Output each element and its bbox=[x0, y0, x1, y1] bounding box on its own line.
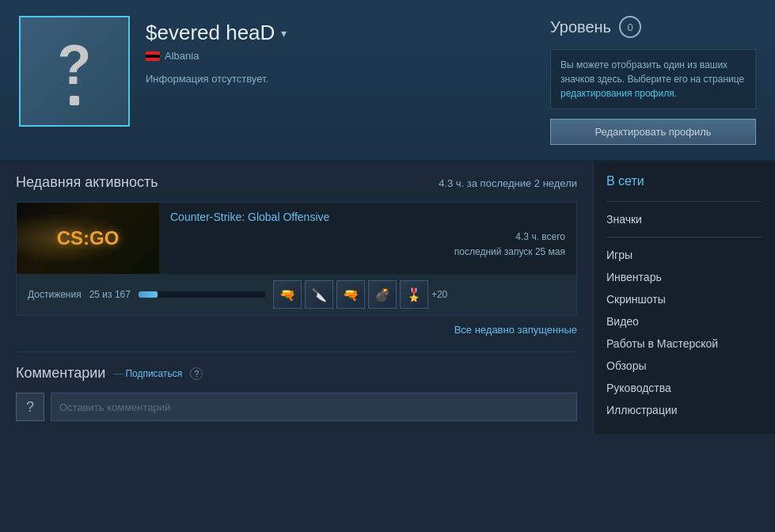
profile-right-panel: Уровень 0 Вы можете отобразить один из в… bbox=[550, 16, 756, 145]
sidebar-link-inventory[interactable]: Инвентарь bbox=[606, 266, 762, 288]
sidebar-divider-2 bbox=[606, 237, 762, 238]
achievement-progress-bar bbox=[139, 291, 265, 298]
achievements-label-text: Достижения bbox=[28, 289, 82, 300]
game-thumbnail-inner: CS:GO bbox=[17, 203, 159, 274]
comments-header: Комментарии Подписаться ? bbox=[16, 365, 577, 382]
comment-input[interactable] bbox=[51, 393, 577, 421]
recent-activity-header: Недавняя активность 4.3 ч. за последние … bbox=[16, 174, 577, 191]
achievement-progress-fill bbox=[139, 291, 158, 298]
game-play-stats: 4.3 ч. всего последний запуск 25 мая bbox=[170, 230, 565, 260]
summary-text: Информация отсутствует. bbox=[146, 73, 268, 85]
badge-info-end: . bbox=[674, 88, 677, 99]
achievement-icon-2: 🔪 bbox=[305, 280, 333, 309]
sidebar-link-badges[interactable]: Значки bbox=[606, 208, 762, 230]
cs-logo: CS:GO bbox=[57, 227, 120, 249]
all-recent-anchor[interactable]: Все недавно запущенные bbox=[454, 324, 577, 336]
achievements-progress-text: 25 из 167 bbox=[89, 289, 131, 300]
game-card-top: CS:GO Counter-Strike: Global Offensive 4… bbox=[17, 203, 576, 274]
sidebar-link-screenshots[interactable]: Скриншоты bbox=[606, 288, 762, 310]
sidebar-link-artwork[interactable]: Иллюстрации bbox=[606, 399, 762, 421]
country-flag-icon bbox=[146, 51, 160, 61]
sidebar-link-guides[interactable]: Руководства bbox=[606, 377, 762, 399]
activity-summary: 4.3 ч. за последние 2 недели bbox=[439, 177, 577, 189]
game-card[interactable]: CS:GO Counter-Strike: Global Offensive 4… bbox=[16, 202, 577, 316]
total-hours: 4.3 ч. всего bbox=[170, 230, 565, 245]
level-badge: 0 bbox=[619, 16, 641, 38]
main-content: Недавняя активность 4.3 ч. за последние … bbox=[0, 162, 775, 434]
right-sidebar: В сети Значки Игры Инвентарь Скриншоты В… bbox=[593, 162, 775, 434]
sidebar-link-video[interactable]: Видео bbox=[606, 310, 762, 332]
game-title[interactable]: Counter-Strike: Global Offensive bbox=[170, 211, 565, 223]
comment-input-row: ? bbox=[16, 393, 577, 421]
level-label: Уровень bbox=[550, 18, 611, 36]
sidebar-link-games[interactable]: Игры bbox=[606, 244, 762, 266]
achievements-row: Достижения 25 из 167 🔫 🔪 🔫 💣 🎖️ +20 bbox=[17, 274, 576, 315]
country-name: Albania bbox=[165, 50, 199, 62]
profile-info: $evered heaD ▾ Albania Информация отсутс… bbox=[146, 16, 534, 85]
achievement-icons: 🔫 🔪 🔫 💣 🎖️ +20 bbox=[273, 280, 447, 309]
achievement-icon-1: 🔫 bbox=[273, 280, 302, 309]
comments-title: Комментарии bbox=[16, 365, 105, 382]
achievement-more: +20 bbox=[431, 289, 447, 300]
sidebar-link-reviews[interactable]: Обзоры bbox=[606, 355, 762, 377]
comment-avatar: ? bbox=[16, 393, 44, 421]
edit-profile-link[interactable]: редактирования профиля bbox=[560, 88, 674, 99]
recent-activity-title: Недавняя активность bbox=[16, 174, 158, 191]
edit-profile-button[interactable]: Редактировать профиль bbox=[550, 119, 756, 145]
level-section: Уровень 0 bbox=[550, 16, 756, 38]
profile-header: ? $evered heaD ▾ Albania Информация отсу… bbox=[0, 0, 775, 162]
sidebar-link-workshop[interactable]: Работы в Мастерской bbox=[606, 332, 762, 355]
profile-dropdown-arrow[interactable]: ▾ bbox=[281, 27, 287, 40]
game-thumbnail: CS:GO bbox=[17, 203, 159, 274]
comments-section: Комментарии Подписаться ? ? bbox=[16, 352, 577, 421]
all-recent-link: Все недавно запущенные bbox=[16, 324, 577, 336]
username-text: $evered heaD bbox=[146, 21, 275, 45]
achievements-label: Достижения 25 из 167 bbox=[28, 289, 131, 300]
left-content: Недавняя активность 4.3 ч. за последние … bbox=[0, 162, 593, 434]
last-played: последний запуск 25 мая bbox=[170, 245, 565, 260]
profile-summary: Информация отсутствует. bbox=[146, 73, 534, 85]
game-info: Counter-Strike: Global Offensive 4.3 ч. … bbox=[159, 203, 576, 268]
sidebar-status: В сети bbox=[606, 174, 762, 188]
level-value: 0 bbox=[627, 21, 633, 33]
sidebar-divider-1 bbox=[606, 201, 762, 202]
avatar: ? bbox=[19, 16, 130, 127]
achievement-icon-5: 🎖️ bbox=[400, 280, 428, 309]
profile-country: Albania bbox=[146, 50, 534, 62]
achievement-icon-4: 💣 bbox=[368, 280, 397, 309]
achievement-icon-3: 🔫 bbox=[336, 280, 365, 309]
avatar-placeholder: ? bbox=[58, 37, 92, 105]
badge-info-text: Вы можете отобразить один из ваших значк… bbox=[560, 59, 744, 85]
subscribe-link[interactable]: Подписаться bbox=[113, 368, 182, 379]
help-badge[interactable]: ? bbox=[190, 367, 203, 380]
badge-info-box: Вы можете отобразить один из ваших значк… bbox=[550, 49, 756, 109]
profile-name: $evered heaD ▾ bbox=[146, 21, 534, 45]
